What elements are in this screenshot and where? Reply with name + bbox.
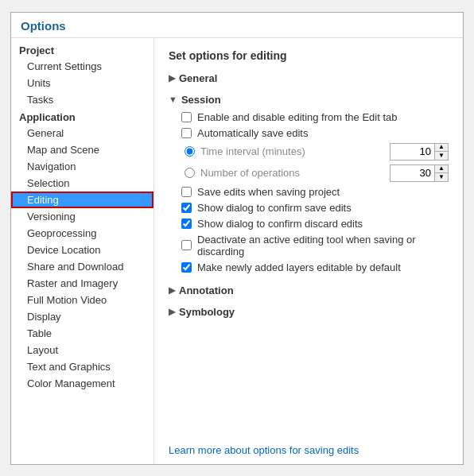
num-operations-spinner: ▲ ▼ [390, 164, 449, 182]
sidebar-item-selection[interactable]: Selection [11, 175, 153, 192]
radio-time-interval-label-part: Time interval (minutes) [185, 145, 305, 157]
time-interval-up-btn[interactable]: ▲ [435, 144, 448, 152]
dialog-title: Options [11, 13, 463, 38]
annotation-arrow: ▶ [169, 285, 175, 296]
section-annotation: ▶ Annotation [169, 282, 449, 299]
cb-enable-editing-row: Enable and disable editing from the Edit… [181, 111, 449, 123]
session-arrow: ▼ [169, 95, 177, 104]
sidebar-item-units[interactable]: Units [11, 75, 153, 91]
cb-auto-save[interactable] [181, 128, 192, 138]
general-arrow: ▶ [169, 73, 175, 83]
sidebar-item-general[interactable]: General [11, 125, 153, 141]
cb-save-project-row: Save edits when saving project [181, 186, 449, 198]
symbology-arrow: ▶ [169, 307, 175, 317]
spacer [169, 325, 449, 436]
cb-enable-editing-label: Enable and disable editing from the Edit… [197, 111, 398, 123]
sidebar-item-editing[interactable]: Editing [11, 192, 153, 208]
cb-save-project[interactable] [181, 187, 192, 197]
session-label: Session [181, 94, 221, 106]
sidebar-item-tasks[interactable]: Tasks [11, 91, 153, 108]
cb-auto-save-row: Automatically save edits [181, 127, 449, 139]
sidebar-item-device-location[interactable]: Device Location [11, 242, 153, 258]
cb-enable-editing[interactable] [181, 112, 192, 122]
cb-auto-save-label: Automatically save edits [197, 127, 308, 139]
radio-time-interval[interactable] [185, 146, 195, 157]
sidebar-item-geoprocessing[interactable]: Geoprocessing [11, 225, 153, 242]
radio-time-interval-row: Time interval (minutes) ▲ ▼ [181, 143, 449, 161]
sidebar-item-full-motion-video[interactable]: Full Motion Video [11, 292, 153, 308]
dialog-body: Project Current Settings Units Tasks App… [11, 38, 463, 464]
cb-deactivate[interactable] [181, 240, 192, 250]
radio-time-interval-label: Time interval (minutes) [200, 145, 305, 157]
time-interval-input[interactable] [390, 144, 434, 160]
sidebar-group-label-project: Project [11, 41, 153, 58]
sidebar-item-text-and-graphics[interactable]: Text and Graphics [11, 358, 153, 375]
annotation-label: Annotation [179, 284, 234, 296]
num-operations-input[interactable] [390, 165, 434, 181]
cb-make-editable[interactable] [181, 262, 192, 273]
radio-num-operations-row: Number of operations ▲ ▼ [181, 164, 449, 182]
cb-confirm-save[interactable] [181, 203, 192, 213]
general-label: General [179, 72, 217, 84]
sidebar-item-current-settings[interactable]: Current Settings [11, 58, 153, 75]
sidebar-group-application: Application General Map and Scene Naviga… [11, 108, 153, 392]
sidebar-item-display[interactable]: Display [11, 308, 153, 325]
num-operations-down-btn[interactable]: ▼ [435, 173, 448, 181]
sidebar-item-map-and-scene[interactable]: Map and Scene [11, 141, 153, 158]
section-session-header[interactable]: ▼ Session [169, 91, 449, 108]
cb-save-project-label: Save edits when saving project [197, 186, 340, 198]
radio-num-operations[interactable] [185, 168, 195, 178]
cb-deactivate-label: Deactivate an active editing tool when s… [197, 234, 449, 257]
cb-deactivate-row: Deactivate an active editing tool when s… [181, 234, 449, 257]
cb-make-editable-row: Make newly added layers editable by defa… [181, 261, 449, 273]
sidebar-item-versioning[interactable]: Versioning [11, 208, 153, 225]
sidebar: Project Current Settings Units Tasks App… [11, 38, 154, 464]
radio-num-operations-label: Number of operations [200, 167, 300, 179]
section-symbology-header[interactable]: ▶ Symbology [169, 304, 449, 320]
time-interval-spinner: ▲ ▼ [390, 143, 449, 161]
main-heading: Set options for editing [169, 49, 449, 62]
sidebar-group-project: Project Current Settings Units Tasks [11, 41, 153, 108]
num-operations-spinner-buttons: ▲ ▼ [434, 165, 448, 181]
section-general: ▶ General [169, 70, 449, 87]
main-content: Set options for editing ▶ General ▼ Sess… [154, 38, 463, 464]
symbology-label: Symbology [179, 306, 235, 318]
sidebar-item-color-management[interactable]: Color Management [11, 375, 153, 392]
learn-more-link[interactable]: Learn more about options for saving edit… [169, 436, 449, 456]
options-dialog: Options Project Current Settings Units T… [10, 12, 464, 465]
session-content: Enable and disable editing from the Edit… [169, 111, 449, 273]
cb-confirm-save-label: Show dialog to confirm save edits [197, 202, 352, 214]
radio-num-operations-label-part: Number of operations [185, 167, 300, 179]
cb-make-editable-label: Make newly added layers editable by defa… [197, 261, 401, 273]
section-session: ▼ Session Enable and disable editing fro… [169, 91, 449, 277]
sidebar-item-raster-and-imagery[interactable]: Raster and Imagery [11, 275, 153, 292]
time-interval-down-btn[interactable]: ▼ [435, 152, 448, 160]
sidebar-item-layout[interactable]: Layout [11, 342, 153, 358]
section-annotation-header[interactable]: ▶ Annotation [169, 282, 449, 299]
section-symbology: ▶ Symbology [169, 304, 449, 320]
cb-confirm-discard[interactable] [181, 219, 192, 229]
sidebar-item-share-and-download[interactable]: Share and Download [11, 258, 153, 275]
cb-confirm-save-row: Show dialog to confirm save edits [181, 202, 449, 214]
sidebar-item-navigation[interactable]: Navigation [11, 158, 153, 175]
sidebar-item-table[interactable]: Table [11, 325, 153, 342]
section-general-header[interactable]: ▶ General [169, 70, 449, 87]
cb-confirm-discard-row: Show dialog to confirm discard edits [181, 218, 449, 230]
num-operations-up-btn[interactable]: ▲ [435, 165, 448, 173]
time-interval-spinner-buttons: ▲ ▼ [434, 144, 448, 160]
cb-confirm-discard-label: Show dialog to confirm discard edits [197, 218, 363, 230]
sidebar-group-label-application: Application [11, 108, 153, 125]
